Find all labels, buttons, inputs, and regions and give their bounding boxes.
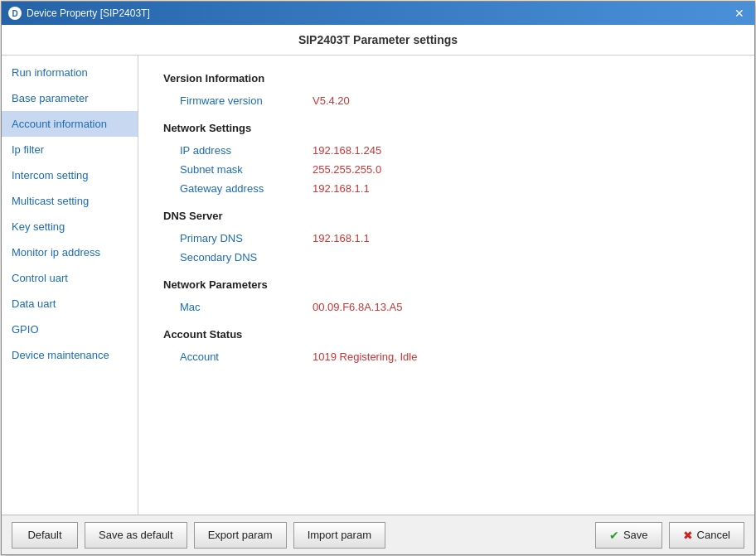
info-row: Account1019 Registering, Idle: [163, 347, 729, 366]
sidebar-item-data-uart[interactable]: Data uart: [2, 291, 138, 317]
section-title-account-status: Account Status: [163, 328, 729, 341]
info-label: Mac: [180, 301, 313, 313]
info-row: Mac00.09.F6.8A.13.A5: [163, 297, 729, 317]
sidebar-item-multicast-setting[interactable]: Multicast setting: [2, 188, 138, 214]
info-value: 192.168.1.245: [313, 144, 381, 157]
info-row: Primary DNS192.168.1.1: [163, 229, 729, 248]
main-panel: Version InformationFirmware versionV5.4.…: [138, 56, 754, 515]
header-bar: SIP2403T Parameter settings: [2, 25, 754, 56]
export-param-button[interactable]: Export param: [194, 522, 287, 549]
info-label: Firmware version: [180, 94, 313, 107]
cancel-button[interactable]: ✖ Cancel: [669, 522, 744, 549]
sidebar-item-ip-filter[interactable]: Ip filter: [2, 137, 138, 162]
sidebar-item-intercom-setting[interactable]: Intercom setting: [2, 162, 138, 188]
info-value: 192.168.1.1: [313, 232, 370, 244]
main-window: D Device Property [SIP2403T] ✕ SIP2403T …: [1, 1, 755, 555]
info-value: 255.255.255.0: [313, 163, 381, 176]
sidebar-item-gpio[interactable]: GPIO: [2, 317, 138, 342]
info-row: Secondary DNS: [163, 248, 729, 267]
header-title: SIP2403T Parameter settings: [298, 33, 458, 46]
footer-bar: Default Save as default Export param Imp…: [2, 515, 754, 554]
sidebar-item-monitor-ip-address[interactable]: Monitor ip address: [2, 239, 138, 265]
sidebar-item-control-uart[interactable]: Control uart: [2, 265, 138, 291]
info-label: Subnet mask: [180, 163, 313, 176]
save-as-default-button[interactable]: Save as default: [85, 522, 187, 549]
sidebar: Run informationBase parameterAccount inf…: [2, 56, 138, 515]
window-icon: D: [8, 7, 22, 20]
section-title-version-information: Version Information: [163, 72, 729, 85]
info-value: 192.168.1.1: [313, 182, 370, 195]
content-area: Run informationBase parameterAccount inf…: [2, 56, 754, 515]
close-button[interactable]: ✕: [731, 5, 748, 22]
import-param-button[interactable]: Import param: [293, 522, 385, 549]
sidebar-item-device-maintenance[interactable]: Device maintenance: [2, 342, 138, 368]
save-button[interactable]: ✔ Save: [595, 522, 662, 549]
sidebar-item-base-parameter[interactable]: Base parameter: [2, 85, 138, 111]
cancel-x-icon: ✖: [683, 529, 693, 542]
info-label: Secondary DNS: [180, 251, 313, 263]
cancel-label: Cancel: [697, 529, 730, 541]
info-row: Subnet mask255.255.255.0: [163, 160, 729, 179]
info-value: 1019 Registering, Idle: [313, 351, 417, 363]
info-row: Firmware versionV5.4.20: [163, 91, 729, 110]
save-check-icon: ✔: [609, 529, 619, 542]
info-value: V5.4.20: [313, 94, 350, 107]
info-row: IP address192.168.1.245: [163, 141, 729, 160]
section-title-dns-server: DNS Server: [163, 210, 729, 222]
info-label: Gateway address: [180, 182, 313, 195]
info-row: Gateway address192.168.1.1: [163, 179, 729, 198]
info-value: 00.09.F6.8A.13.A5: [313, 301, 402, 313]
info-label: Primary DNS: [180, 232, 313, 244]
section-title-network-settings: Network Settings: [163, 122, 729, 134]
section-title-network-parameters: Network Parameters: [163, 278, 729, 291]
sidebar-item-run-information[interactable]: Run information: [2, 60, 138, 85]
title-bar: D Device Property [SIP2403T] ✕: [2, 2, 754, 25]
sidebar-item-key-setting[interactable]: Key setting: [2, 214, 138, 239]
default-button[interactable]: Default: [12, 522, 78, 549]
info-label: Account: [180, 351, 313, 363]
info-label: IP address: [180, 144, 313, 157]
save-label: Save: [623, 529, 648, 541]
sidebar-item-account-information[interactable]: Account information: [2, 111, 138, 137]
title-bar-text: Device Property [SIP2403T]: [27, 7, 731, 19]
